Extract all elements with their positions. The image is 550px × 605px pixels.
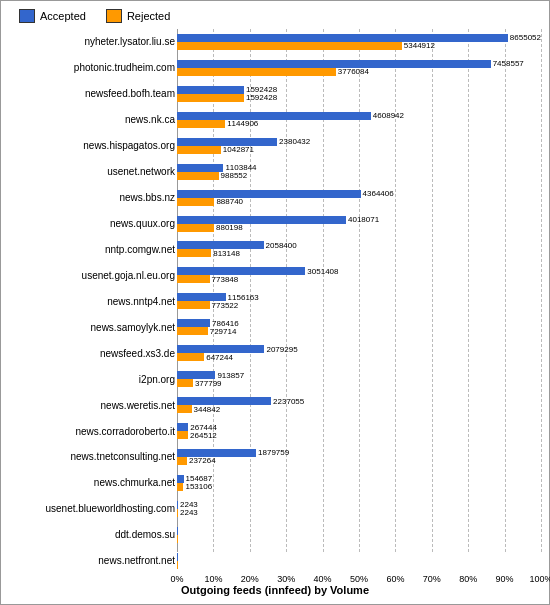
x-axis-title: Outgoing feeds (innfeed) by Volume — [9, 584, 541, 596]
accepted-bar — [177, 60, 491, 68]
y-label: news.nk.ca — [9, 111, 175, 129]
chart-area: nyheter.lysator.liu.sephotonic.trudheim.… — [9, 29, 541, 574]
bar-row — [177, 526, 541, 544]
rejected-bar-row — [177, 561, 541, 569]
y-label: news.weretis.net — [9, 396, 175, 414]
rejected-bar-label: 153106 — [185, 482, 212, 491]
x-tick: 0% — [170, 574, 183, 584]
rejected-bar — [177, 42, 402, 50]
rejected-bar-row: 3776084 — [177, 68, 541, 76]
y-label: newsfeed.xs3.de — [9, 344, 175, 362]
bar-row: 4364406888740 — [177, 189, 541, 207]
rejected-bar-label: 344842 — [194, 405, 221, 414]
y-label: news.chmurka.net — [9, 474, 175, 492]
rejected-bar-label: 3776084 — [338, 67, 369, 76]
rejected-bar — [177, 198, 214, 206]
accepted-bar-row: 267444 — [177, 423, 541, 431]
rejected-bar-row: 729714 — [177, 327, 541, 335]
y-label: news.bbs.nz — [9, 189, 175, 207]
y-label: ddt.demos.su — [9, 526, 175, 544]
y-label: photonic.trudheim.com — [9, 59, 175, 77]
rejected-bar-label: 880198 — [216, 223, 243, 232]
legend-rejected: Rejected — [106, 9, 170, 23]
rejected-bar-label: 264512 — [190, 431, 217, 440]
rejected-bar — [177, 301, 210, 309]
x-tick: 70% — [423, 574, 441, 584]
bar-row: 2237055344842 — [177, 396, 541, 414]
rejected-bar — [177, 94, 244, 102]
bar-row: 22432243 — [177, 500, 541, 518]
bar-row: 86550525344912 — [177, 33, 541, 51]
bar-row — [177, 552, 541, 570]
legend: Accepted Rejected — [9, 9, 541, 23]
y-label: news.corradoroberto.it — [9, 422, 175, 440]
bar-row: 74585573776084 — [177, 59, 541, 77]
rejected-bar — [177, 275, 210, 283]
y-label: news.nntp4.net — [9, 292, 175, 310]
accepted-bar-row: 154687 — [177, 475, 541, 483]
bar-row: 2058400813148 — [177, 240, 541, 258]
x-tick: 30% — [277, 574, 295, 584]
rejected-bar-row: 1144906 — [177, 120, 541, 128]
x-tick: 100% — [529, 574, 550, 584]
x-tick: 40% — [314, 574, 332, 584]
accepted-bar-row — [177, 553, 541, 561]
rejected-bar-label: 2243 — [180, 508, 198, 517]
rejected-bar-row: 153106 — [177, 483, 541, 491]
bar-row: 46089421144906 — [177, 111, 541, 129]
rejected-bar-label: 1592428 — [246, 93, 277, 102]
bar-row: 154687153106 — [177, 474, 541, 492]
chart-container: Accepted Rejected nyheter.lysator.liu.se… — [0, 0, 550, 605]
rejected-bar-row: 237264 — [177, 457, 541, 465]
rejected-bar-row: 880198 — [177, 224, 541, 232]
x-tick: 80% — [459, 574, 477, 584]
y-label: i2pn.org — [9, 370, 175, 388]
accepted-bar — [177, 34, 508, 42]
rejected-bar — [177, 535, 178, 543]
rejected-bar — [177, 561, 178, 569]
rejected-bar-label: 237264 — [189, 456, 216, 465]
bar-row: 23804321042871 — [177, 137, 541, 155]
y-label: usenet.goja.nl.eu.org — [9, 266, 175, 284]
accepted-bar-row — [177, 527, 541, 535]
rejected-bar-label: 729714 — [210, 327, 237, 336]
y-label: news.tnetconsulting.net — [9, 448, 175, 466]
accepted-bar — [177, 423, 188, 431]
accepted-bar — [177, 267, 305, 275]
rejected-bar-row: 377799 — [177, 379, 541, 387]
rejected-bar — [177, 431, 188, 439]
rejected-bar-row: 647244 — [177, 353, 541, 361]
y-label: news.samoylyk.net — [9, 318, 175, 336]
rejected-legend-box — [106, 9, 122, 23]
rejected-bar-row: 1592428 — [177, 94, 541, 102]
y-axis: nyheter.lysator.liu.sephotonic.trudheim.… — [9, 29, 177, 574]
y-label: newsfeed.bofh.team — [9, 85, 175, 103]
accepted-bar-row: 2237055 — [177, 397, 541, 405]
x-tick: 60% — [386, 574, 404, 584]
rejected-bar — [177, 224, 214, 232]
rejected-bar — [177, 172, 219, 180]
rejected-bar-row: 1042871 — [177, 146, 541, 154]
bar-row: 4018071880198 — [177, 215, 541, 233]
rejected-bar-row: 773848 — [177, 275, 541, 283]
rejected-bar-label: 377799 — [195, 379, 222, 388]
rejected-bar-label: 888740 — [216, 197, 243, 206]
accepted-bar — [177, 112, 371, 120]
rejected-bar — [177, 353, 204, 361]
legend-accepted: Accepted — [19, 9, 86, 23]
x-tick: 90% — [496, 574, 514, 584]
rejected-bar — [177, 68, 336, 76]
bar-row: 913857377799 — [177, 370, 541, 388]
bar-row: 1103844988552 — [177, 163, 541, 181]
accepted-bar — [177, 319, 210, 327]
x-axis: 0%10%20%30%40%50%60%70%80%90%100% Outgoi… — [9, 574, 541, 596]
rejected-bar-row: 344842 — [177, 405, 541, 413]
rejected-bar-label: 1144906 — [227, 119, 258, 128]
accepted-bar — [177, 553, 178, 561]
rejected-bar-label: 773848 — [212, 275, 239, 284]
rejected-bar-row: 2243 — [177, 509, 541, 517]
accepted-bar — [177, 501, 178, 509]
rejected-bar-label: 813148 — [213, 249, 240, 258]
x-tick: 10% — [204, 574, 222, 584]
rejected-bar-label: 1042871 — [223, 145, 254, 154]
